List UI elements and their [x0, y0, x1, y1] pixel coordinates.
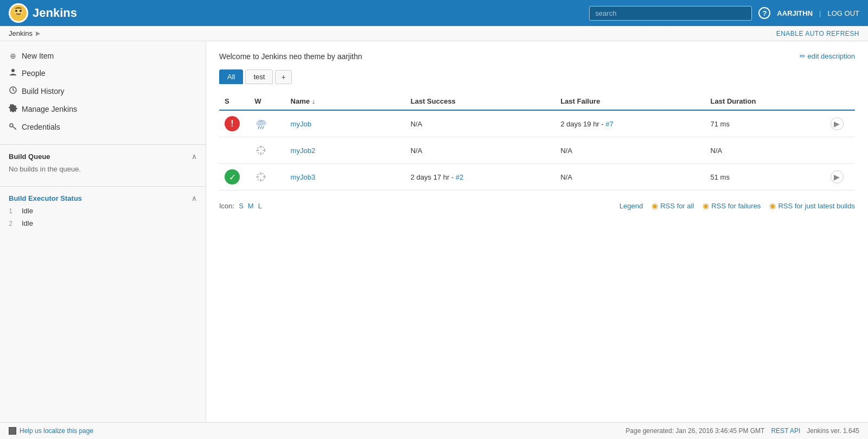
build-queue-empty: No builds in the queue.	[9, 165, 81, 173]
executor-1: 1 Idle	[0, 205, 206, 217]
logout-button[interactable]: LOG OUT	[827, 9, 859, 17]
jobs-table: S W Name ↓ Last Success Last Failure Las…	[219, 93, 855, 190]
rest-api-link[interactable]: REST API	[771, 427, 800, 435]
main-layout: ⊕ New Item People Build History Manage J…	[0, 41, 868, 422]
svg-line-11	[258, 126, 259, 129]
header: Jenkins ? AARJITHN | LOG OUT	[0, 0, 868, 26]
tab-test[interactable]: test	[245, 69, 273, 84]
localize-link[interactable]: Help us localize this page	[20, 427, 93, 435]
name-cell-myjob3: myJob3	[285, 164, 405, 190]
col-header-name: Name ↓	[285, 93, 405, 110]
page-generated-text: Page generated: Jan 26, 2016 3:46:45 PM …	[626, 427, 764, 435]
name-cell-myjob: myJob	[285, 110, 405, 137]
key-icon	[9, 122, 17, 132]
status-cell-myjob2	[219, 137, 249, 164]
table-row: ✓ m	[219, 164, 855, 190]
table-row: myJob2 N/A N/A N/A	[219, 137, 855, 164]
status-empty-icon	[225, 143, 240, 158]
weather-unknown-icon	[254, 144, 279, 157]
sidebar-item-new-item[interactable]: ⊕ New Item	[0, 48, 206, 64]
name-cell-myjob2: myJob2	[285, 137, 405, 164]
run-button-myjob3[interactable]: ▶	[831, 170, 844, 183]
executor-1-status: Idle	[22, 207, 33, 215]
run-cell-myjob2	[825, 137, 855, 164]
last-failure-cell-myjob: 2 days 19 hr - #7	[555, 110, 705, 137]
col-header-w: W	[249, 93, 285, 110]
icon-size-s[interactable]: S	[239, 202, 244, 210]
breadcrumb-arrow: ▶	[36, 30, 40, 37]
job-link-myjob3[interactable]: myJob3	[291, 173, 316, 181]
help-icon[interactable]: ?	[758, 7, 770, 19]
svg-rect-25	[9, 428, 16, 434]
col-header-last-failure: Last Failure	[555, 93, 705, 110]
icon-size-m[interactable]: M	[248, 202, 254, 210]
clock-icon	[9, 86, 17, 96]
people-icon	[9, 68, 17, 78]
weather-stormy-icon	[254, 118, 279, 130]
edit-description-button[interactable]: ✏ edit description	[800, 52, 855, 60]
tab-all[interactable]: All	[219, 69, 243, 84]
build-queue-collapse[interactable]: ∧	[192, 152, 197, 161]
footer-right: Page generated: Jan 26, 2016 3:46:45 PM …	[626, 427, 859, 435]
run-cell-myjob: ▶	[825, 110, 855, 137]
page-footer: Help us localize this page Page generate…	[0, 422, 868, 439]
sidebar: ⊕ New Item People Build History Manage J…	[0, 41, 206, 422]
success-build-link-myjob3[interactable]: #2	[456, 173, 463, 181]
rss-failures-link[interactable]: ◉ RSS for failures	[703, 201, 761, 210]
sidebar-item-build-history[interactable]: Build History	[0, 82, 206, 100]
last-duration-cell-myjob: 71 ms	[705, 110, 825, 137]
sidebar-item-manage-jenkins[interactable]: Manage Jenkins	[0, 100, 206, 118]
failure-build-link-myjob[interactable]: #7	[605, 120, 613, 128]
username-label[interactable]: AARJITHN	[777, 9, 813, 17]
legend-link[interactable]: Legend	[620, 202, 643, 210]
svg-point-9	[256, 122, 261, 126]
rss-section: Legend ◉ RSS for all ◉ RSS for failures …	[620, 201, 855, 210]
auto-refresh-button[interactable]: ENABLE AUTO REFRESH	[776, 30, 859, 37]
icon-size-label: Icon:	[219, 202, 234, 210]
build-executor-collapse[interactable]: ∧	[192, 194, 197, 202]
icon-size-l[interactable]: L	[258, 202, 262, 210]
search-input[interactable]	[589, 6, 752, 21]
run-button-myjob[interactable]: ▶	[831, 117, 844, 130]
last-success-cell-myjob2: N/A	[405, 137, 555, 164]
rss-failures-icon: ◉	[703, 201, 709, 210]
col-header-last-duration: Last Duration	[705, 93, 825, 110]
table-header: S W Name ↓ Last Success Last Failure Las…	[219, 93, 855, 110]
table-body: !	[219, 110, 855, 190]
svg-point-4	[20, 10, 22, 12]
edit-description-label: edit description	[808, 52, 855, 60]
last-failure-cell-myjob3: N/A	[555, 164, 705, 190]
weather-cell-myjob2	[249, 137, 285, 164]
build-queue-title: Build Queue	[9, 152, 50, 161]
executor-2-num: 2	[9, 219, 17, 227]
tabs-area: All test +	[219, 69, 855, 84]
build-executor-header: Build Executor Status ∧	[0, 191, 206, 205]
col-header-s: S	[219, 93, 249, 110]
rss-all-icon: ◉	[652, 201, 658, 210]
tab-add-button[interactable]: +	[275, 70, 291, 84]
weather-cell-myjob	[249, 110, 285, 137]
job-link-myjob2[interactable]: myJob2	[291, 147, 316, 155]
svg-line-12	[260, 126, 261, 129]
header-actions: ? AARJITHN | LOG OUT	[758, 7, 859, 19]
table-footer: Icon: S M L Legend ◉ RSS for all ◉ RSS f…	[219, 201, 855, 210]
executor-2: 2 Idle	[0, 217, 206, 230]
status-success-icon: ✓	[225, 169, 240, 184]
rss-latest-link[interactable]: ◉ RSS for just latest builds	[769, 201, 855, 210]
sidebar-item-credentials[interactable]: Credentials	[0, 118, 206, 136]
breadcrumb: Jenkins ▶ ENABLE AUTO REFRESH	[0, 26, 868, 41]
sidebar-label-new-item: New Item	[22, 52, 54, 60]
col-header-last-success: Last Success	[405, 93, 555, 110]
sidebar-label-build-history: Build History	[22, 87, 65, 96]
svg-point-5	[11, 69, 15, 72]
jenkins-logo	[9, 3, 28, 23]
executor-1-num: 1	[9, 207, 17, 215]
rss-all-link[interactable]: ◉ RSS for all	[652, 201, 694, 210]
last-failure-cell-myjob2: N/A	[555, 137, 705, 164]
breadcrumb-root[interactable]: Jenkins	[9, 29, 33, 37]
sidebar-item-people[interactable]: People	[0, 64, 206, 82]
rss-latest-label: RSS for just latest builds	[778, 202, 855, 210]
welcome-message: Welcome to Jenkins neo theme by aarjithn	[219, 52, 362, 61]
header-divider: |	[819, 9, 821, 17]
job-link-myjob[interactable]: myJob	[291, 120, 311, 128]
